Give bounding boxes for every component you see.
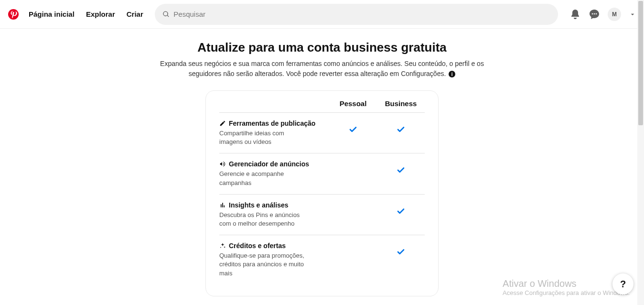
- check-icon: [349, 125, 357, 134]
- page-title: Atualize para uma conta business gratuit…: [197, 40, 447, 55]
- feature-title: Insights e análises: [229, 201, 289, 209]
- page-subtitle: Expanda seus negócios e sua marca com fe…: [160, 59, 484, 79]
- feature-desc: Compartilhe ideias com imagens ou vídeos: [219, 129, 305, 146]
- search-bar[interactable]: [155, 4, 558, 25]
- feature-desc: Qualifique-se para promoções, créditos p…: [219, 251, 305, 278]
- svg-point-3: [596, 13, 597, 14]
- scrollbar-track[interactable]: [637, 0, 644, 305]
- feature-desc: Gerencie e acompanhe campanhas: [219, 170, 305, 187]
- check-icon: [397, 166, 405, 174]
- bell-icon[interactable]: [569, 9, 581, 20]
- check-icon: [397, 207, 405, 216]
- table-row: Créditos e ofertas Qualifique-se para pr…: [219, 235, 425, 284]
- pinterest-logo-icon[interactable]: [8, 9, 19, 20]
- search-input[interactable]: [173, 10, 550, 18]
- cell-personal: [329, 242, 377, 248]
- scrollbar-thumb[interactable]: [638, 1, 643, 125]
- pencil-icon: [219, 120, 226, 127]
- svg-point-1: [592, 13, 593, 14]
- chart-icon: [219, 202, 226, 208]
- cell-personal: [329, 120, 377, 134]
- message-icon[interactable]: [589, 9, 600, 20]
- cell-business: [377, 242, 425, 256]
- cell-business: [377, 120, 425, 134]
- help-button[interactable]: ?: [612, 273, 633, 294]
- sparkle-icon: [219, 242, 226, 249]
- header-actions: M: [569, 8, 636, 21]
- subtitle-text: Expanda seus negócios e sua marca com fe…: [160, 60, 484, 77]
- table-header: Pessoal Business: [219, 99, 425, 113]
- megaphone-icon: [219, 161, 226, 167]
- avatar[interactable]: M: [608, 8, 621, 21]
- nav-create[interactable]: Criar: [127, 10, 143, 18]
- nav-links: Página inicial Explorar Criar: [29, 10, 143, 18]
- feature-desc: Descubra os Pins e anúncios com o melhor…: [219, 211, 305, 228]
- cell-business: [377, 160, 425, 174]
- app-header: Página inicial Explorar Criar M: [0, 0, 644, 29]
- cell-personal: [329, 160, 377, 166]
- check-icon: [397, 248, 405, 256]
- chevron-down-icon[interactable]: [629, 11, 636, 18]
- table-row: Ferramentas de publicação Compartilhe id…: [219, 113, 425, 153]
- col-personal: Pessoal: [329, 99, 377, 108]
- cell-personal: [329, 201, 377, 207]
- table-row: Gerenciador de anúncios Gerencie e acomp…: [219, 153, 425, 194]
- svg-point-2: [594, 13, 595, 14]
- cell-business: [377, 201, 425, 216]
- feature-title: Gerenciador de anúncios: [229, 160, 309, 168]
- info-icon[interactable]: i: [449, 71, 455, 77]
- table-row: Insights e análises Descubra os Pins e a…: [219, 195, 425, 235]
- check-icon: [397, 125, 405, 134]
- nav-explore[interactable]: Explorar: [86, 10, 115, 18]
- col-business: Business: [377, 99, 425, 108]
- feature-title: Ferramentas de publicação: [229, 120, 315, 127]
- main-content: Atualize para uma conta business gratuit…: [0, 29, 644, 305]
- search-icon: [162, 11, 170, 18]
- feature-title: Créditos e ofertas: [229, 242, 286, 250]
- comparison-card: Pessoal Business Ferramentas de publicaç…: [205, 90, 439, 296]
- nav-home[interactable]: Página inicial: [29, 10, 75, 18]
